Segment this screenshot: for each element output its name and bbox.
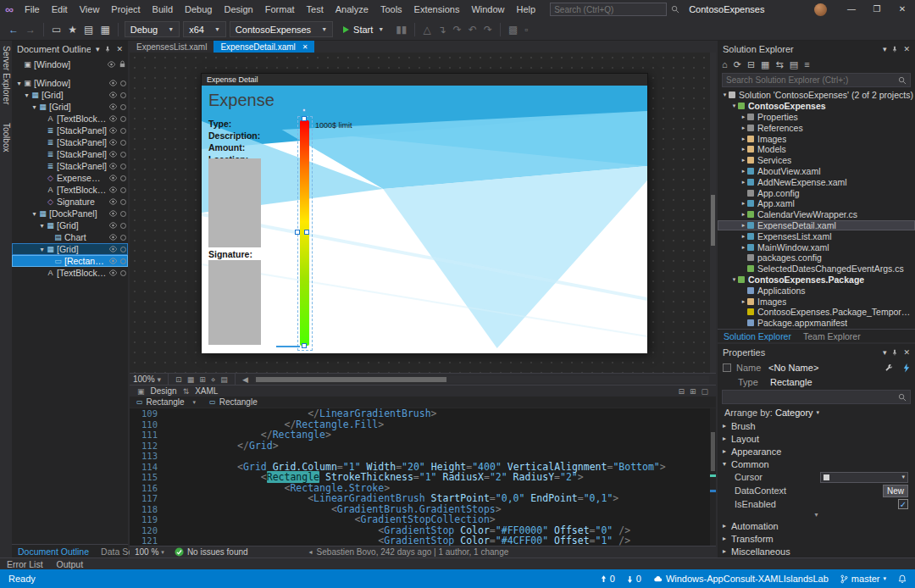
tab-solution-explorer[interactable]: Solution Explorer bbox=[718, 330, 797, 343]
arrange-by-row[interactable]: Arrange by: Category ▾ bbox=[718, 406, 915, 419]
outline-item[interactable]: A[TextBlock] "10... bbox=[12, 267, 128, 279]
expander-icon[interactable]: ▾ bbox=[38, 246, 46, 253]
property-combo[interactable]: ▾ bbox=[820, 472, 908, 483]
properties-icon[interactable]: ▤ bbox=[790, 59, 798, 70]
refresh-icon[interactable]: ⟳ bbox=[734, 59, 741, 70]
commits-outgoing[interactable]: 0 bbox=[601, 574, 615, 584]
resize-handle-middle-left[interactable] bbox=[295, 230, 300, 235]
zoom-dropdown-icon[interactable]: ▾ bbox=[155, 375, 164, 384]
expander-icon[interactable]: ▸ bbox=[740, 168, 747, 175]
blame-info[interactable]: ◂ Sebastien Bovo, 242 days ago | 1 autho… bbox=[309, 547, 509, 557]
resize-handle-top[interactable] bbox=[302, 116, 307, 121]
designer-horizontal-scrollbar[interactable] bbox=[254, 376, 709, 383]
eye-icon[interactable] bbox=[108, 220, 118, 230]
name-value[interactable]: <No Name> bbox=[768, 363, 874, 373]
chevron-down-icon[interactable]: ▾ bbox=[96, 45, 100, 53]
solution-item[interactable]: ContosoExpenses.Package_TemporaryKey.pfx bbox=[718, 307, 915, 318]
redo-icon[interactable]: ↷ bbox=[480, 24, 496, 36]
solution-search[interactable] bbox=[722, 73, 911, 87]
resize-handle-middle-right[interactable] bbox=[304, 230, 309, 235]
pin-icon[interactable] bbox=[891, 349, 898, 356]
outline-item[interactable]: ▾▦[Grid] bbox=[12, 101, 128, 113]
pin-toggle-icon[interactable] bbox=[120, 247, 126, 252]
pin-toggle-icon[interactable] bbox=[120, 80, 126, 86]
solution-item[interactable]: ▸App.xaml bbox=[718, 198, 915, 209]
outline-item[interactable]: ◇Signature bbox=[12, 196, 128, 208]
solution-configuration-combo[interactable]: Debug▼ bbox=[125, 21, 180, 37]
eye-icon[interactable] bbox=[107, 59, 116, 69]
pin-toggle-icon[interactable] bbox=[120, 152, 126, 158]
collapse-all-icon[interactable]: ⊟ bbox=[747, 59, 755, 70]
menu-item-extensions[interactable]: Extensions bbox=[408, 0, 466, 19]
expander-icon[interactable]: ▸ bbox=[740, 136, 747, 142]
solution-item[interactable]: ▸References bbox=[718, 122, 915, 133]
document-tab[interactable]: ExpenseDetail.xaml✕ bbox=[214, 41, 314, 53]
menu-item-edit[interactable]: Edit bbox=[46, 0, 74, 19]
user-avatar[interactable] bbox=[814, 3, 827, 16]
outline-item[interactable]: ▾▦[Grid] bbox=[12, 89, 128, 101]
eye-icon[interactable] bbox=[108, 232, 118, 242]
eye-icon[interactable] bbox=[108, 185, 118, 195]
find-in-files-icon[interactable]: ▩ bbox=[505, 24, 521, 36]
zoom-level[interactable]: 100% bbox=[133, 374, 155, 384]
outline-item[interactable]: ▾▦[Grid] bbox=[12, 219, 128, 231]
lock-icon[interactable] bbox=[119, 59, 126, 69]
solution-item[interactable]: Package.appxmanifest bbox=[718, 318, 915, 329]
pin-toggle-icon[interactable] bbox=[120, 140, 126, 146]
show-grid-icon[interactable]: ▦ bbox=[185, 375, 197, 384]
solution-item[interactable]: ▸Services bbox=[718, 155, 915, 166]
solution-item[interactable]: ▸Images bbox=[718, 133, 915, 144]
close-button[interactable]: ✕ bbox=[890, 0, 915, 19]
side-tab-server-explorer[interactable]: Server Explorer bbox=[2, 46, 11, 104]
expander-icon[interactable]: ▸ bbox=[740, 157, 747, 164]
new-button[interactable]: New bbox=[883, 485, 908, 497]
eye-icon[interactable] bbox=[108, 149, 118, 159]
code-line[interactable]: 121 <GradientStop Color="#4CFF00" Offset… bbox=[130, 535, 716, 546]
commits-incoming[interactable]: 0 bbox=[627, 574, 641, 584]
expander-icon[interactable]: ▸ bbox=[740, 179, 747, 186]
expander-icon[interactable]: ▾ bbox=[38, 222, 46, 230]
home-icon[interactable]: ⌂ bbox=[722, 59, 728, 69]
expander-icon[interactable]: ▾ bbox=[30, 103, 38, 111]
designer-artboard[interactable]: Expense Detail Expense Type:Description:… bbox=[130, 53, 716, 373]
xaml-code-editor[interactable]: 109 </LinearGradientBrush>110 </Rectangl… bbox=[130, 408, 716, 546]
menu-item-build[interactable]: Build bbox=[147, 0, 179, 19]
property-category-brush[interactable]: ▸Brush bbox=[718, 419, 915, 432]
breadcrumb-segment[interactable]: ▭Rectangle bbox=[202, 397, 264, 408]
menu-item-tools[interactable]: Tools bbox=[374, 0, 408, 19]
pin-toggle-icon[interactable] bbox=[120, 199, 126, 205]
outline-item[interactable]: ▭[Rectang... bbox=[12, 255, 128, 267]
solution-item[interactable]: ▸ExpensesList.xaml bbox=[718, 230, 915, 241]
expander-icon[interactable]: ▸ bbox=[740, 298, 747, 305]
eye-icon[interactable] bbox=[108, 244, 118, 254]
pin-icon[interactable] bbox=[891, 46, 898, 53]
pin-toggle-icon[interactable] bbox=[120, 258, 126, 264]
issues-indicator[interactable]: No issues found bbox=[175, 547, 248, 557]
eye-icon[interactable] bbox=[108, 197, 118, 207]
solution-item[interactable]: ▸AddNewExpense.xaml bbox=[718, 176, 915, 187]
expander-icon[interactable]: ▸ bbox=[740, 211, 747, 218]
bottom-tab-output[interactable]: Output bbox=[57, 559, 84, 569]
solution-item[interactable]: packages.config bbox=[718, 252, 915, 263]
eye-icon[interactable] bbox=[108, 90, 118, 100]
outline-item[interactable]: ≣[StackPanel] bbox=[12, 148, 128, 160]
expander-icon[interactable]: ▸ bbox=[740, 244, 747, 251]
navigate-back-icon[interactable]: ← bbox=[5, 24, 22, 36]
properties-search-input[interactable] bbox=[726, 392, 898, 402]
menu-item-file[interactable]: File bbox=[19, 0, 46, 19]
eye-icon[interactable] bbox=[108, 208, 118, 219]
solution-item[interactable]: ▸Models bbox=[718, 144, 915, 155]
wrench-icon[interactable] bbox=[884, 363, 893, 372]
tab-team-explorer[interactable]: Team Explorer bbox=[797, 330, 867, 343]
expander-icon[interactable]: ▾ bbox=[730, 103, 738, 109]
close-icon[interactable]: ✕ bbox=[903, 348, 910, 357]
vertical-split-icon[interactable]: ⊟ bbox=[675, 387, 687, 396]
property-category-automation[interactable]: ▸Automation bbox=[718, 519, 915, 532]
code-vertical-scrollbar[interactable] bbox=[710, 408, 716, 546]
expander-icon[interactable]: ▸ bbox=[740, 114, 747, 120]
outline-item[interactable]: ≣[StackPanel] bbox=[12, 160, 128, 172]
menu-item-debug[interactable]: Debug bbox=[179, 0, 218, 19]
solution-item[interactable]: Applications bbox=[718, 285, 915, 296]
hot-reload-icon[interactable]: △ bbox=[419, 24, 434, 36]
new-file-icon[interactable]: ▭ bbox=[48, 24, 64, 36]
